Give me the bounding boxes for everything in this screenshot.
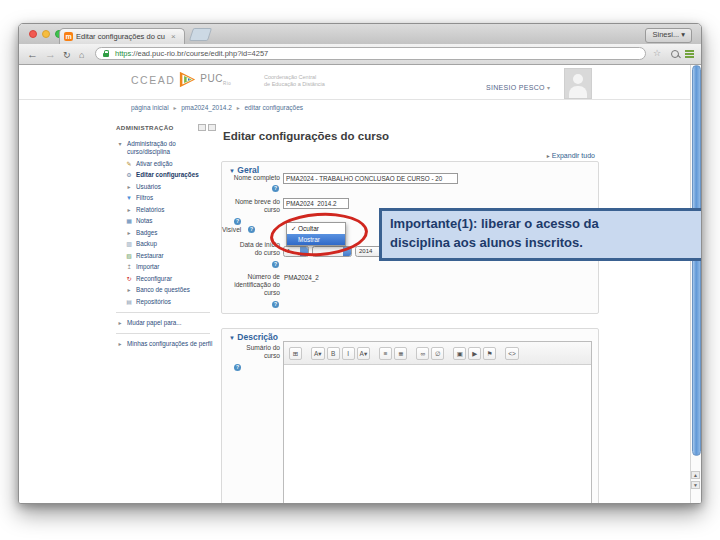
insert-media-icon[interactable]: ▶ (468, 347, 481, 360)
sidebar-item-grades[interactable]: ▦ Notas (116, 217, 216, 225)
block-move-icon[interactable] (198, 124, 206, 131)
section-descricao: ▼ Descrição Sumário do curso ? ⊞ A▾ B I … (221, 328, 599, 503)
chevron-right-icon: ▸ (125, 229, 133, 237)
fullname-label: Nome completo (222, 174, 280, 182)
browser-window: m Editar configurações do cu × Sinesi...… (18, 23, 702, 504)
user-avatar[interactable] (564, 68, 592, 99)
chevron-right-icon: ▸ (125, 206, 133, 214)
tab-bar: m Editar configurações do cu × Sinesi...… (19, 24, 701, 45)
link-icon[interactable]: ∞ (416, 347, 429, 360)
idnumber-label: Número de identificação do curso (222, 273, 280, 297)
breadcrumb-home-link[interactable]: página inicial (131, 104, 169, 111)
html-code-icon[interactable]: <> (505, 347, 519, 360)
sidebar-item-course-administration[interactable]: ▾ Administração do curso/disciplina (116, 140, 216, 156)
expand-all-link[interactable]: ▸ Expandir tudo (547, 152, 595, 159)
fullname-input[interactable] (283, 173, 458, 184)
sidebar-divider (116, 312, 210, 313)
url-scheme: https (115, 49, 131, 58)
sidebar-item-edit-settings[interactable]: ⚙ Editar configurações (116, 171, 216, 179)
back-icon[interactable]: ← (27, 47, 38, 61)
section-descricao-title[interactable]: ▼ Descrição (229, 332, 278, 342)
editor-text-area[interactable] (284, 365, 591, 503)
import-icon: ↥ (125, 263, 133, 271)
sidebar-item-users[interactable]: ▸ Usuários (116, 183, 216, 191)
search-icon[interactable] (671, 50, 679, 58)
chevron-right-icon: ▸ (547, 153, 550, 159)
ccead-subtitle: Coordenação Central de Educação a Distân… (264, 74, 325, 88)
sidebar-item-profile-settings[interactable]: ▸ Minhas configurações de perfil (116, 340, 216, 348)
insert-image-icon[interactable]: ▣ (453, 347, 466, 360)
idnumber-value[interactable]: PMA2024_2 (284, 274, 319, 281)
shortname-input[interactable] (283, 198, 349, 209)
user-caret-icon: ▾ (547, 85, 550, 91)
home-icon[interactable]: ⌂ (79, 48, 84, 62)
ccead-logo-text: CCEAD (131, 74, 175, 86)
unordered-list-icon[interactable]: ≡ (379, 347, 392, 360)
breadcrumb-separator-icon: ▸ (237, 105, 240, 111)
chevron-right-icon: ▸ (116, 319, 124, 327)
sidebar-item-turn-editing-on[interactable]: ✎ Ativar edição (116, 160, 216, 168)
scrollbar-up-icon[interactable]: ▲ (691, 471, 700, 479)
unlink-icon[interactable]: ∅ (431, 347, 444, 360)
ordered-list-icon[interactable]: ≣ (394, 347, 407, 360)
header-divider (19, 99, 701, 100)
page-scrollbar[interactable]: ▲ ▼ (690, 65, 701, 503)
breadcrumb-separator-icon: ▸ (173, 105, 176, 111)
help-icon[interactable]: ? (234, 364, 241, 371)
breadcrumb-current-page[interactable]: editar configurações (244, 104, 303, 111)
browser-tab[interactable]: m Editar configurações do cu × (59, 28, 185, 44)
summary-editor[interactable]: ⊞ A▾ B I A▾ ≡ ≣ ∞ ∅ ▣ ▶ (283, 341, 592, 503)
sidebar-item-switch-role[interactable]: ▸ Mudar papel para... (116, 319, 216, 327)
browser-toolbar: ← → ↻ ⌂ https://ead.puc-rio.br/course/ed… (19, 44, 701, 65)
administration-block-title: ADMINISTRAÇÃO (116, 124, 216, 131)
toggle-toolbar-icon[interactable]: ⊞ (289, 347, 302, 360)
sidebar-item-import[interactable]: ↥ Importar (116, 263, 216, 271)
help-icon[interactable]: ? (272, 185, 279, 192)
help-icon[interactable]: ? (272, 261, 279, 268)
bookmark-star-icon[interactable]: ☆ (653, 48, 661, 58)
callout-note: Importante(1): liberar o acesso da disci… (379, 208, 701, 261)
browser-profile-button[interactable]: Sinesi... ▾ (645, 28, 692, 43)
forward-icon[interactable]: → (45, 47, 56, 61)
browser-menu-icon[interactable] (685, 50, 694, 58)
filter-icon: ▼ (125, 194, 133, 202)
help-icon[interactable]: ? (248, 226, 255, 233)
address-bar[interactable]: https://ead.puc-rio.br/course/edit.php?i… (95, 47, 646, 60)
font-family-icon[interactable]: A▾ (311, 347, 325, 360)
sidebar-item-question-bank[interactable]: ▸ Banco de questões (116, 286, 216, 294)
sidebar-item-filters[interactable]: ▼ Filtros (116, 194, 216, 202)
minimize-window-button[interactable] (42, 30, 50, 38)
bold-icon[interactable]: B (327, 347, 340, 360)
breadcrumb: página inicial ▸ pma2024_2014.2 ▸ editar… (131, 104, 303, 111)
block-dock-icon[interactable] (208, 124, 216, 131)
scrollbar-down-icon[interactable]: ▼ (691, 481, 700, 489)
breadcrumb-course-link[interactable]: pma2024_2014.2 (181, 104, 232, 111)
italic-icon[interactable]: I (342, 347, 355, 360)
sidebar-item-badges[interactable]: ▸ Badges (116, 229, 216, 237)
puc-logo-text: PUCRio (200, 73, 231, 86)
chevron-right-icon: ▸ (116, 340, 124, 348)
restore-icon: ▧ (125, 252, 133, 260)
shortname-label: Nome breve do curso (222, 198, 280, 214)
sidebar-item-restore[interactable]: ▧ Restaurar (116, 252, 216, 260)
sidebar-item-backup[interactable]: ▥ Backup (116, 240, 216, 248)
close-window-button[interactable] (29, 30, 37, 38)
help-icon[interactable]: ? (272, 301, 279, 308)
manage-files-icon[interactable]: ⚑ (483, 347, 496, 360)
webpage: CCEAD PUCRio Coordenação Central de Educ… (19, 65, 701, 503)
chevron-down-icon: ▾ (116, 140, 124, 148)
help-icon[interactable]: ? (234, 218, 241, 225)
tab-close-icon[interactable]: × (171, 33, 176, 41)
sidebar-item-repositories[interactable]: ▤ Repositórios (116, 298, 216, 306)
sidebar-item-reports[interactable]: ▸ Relatórios (116, 206, 216, 214)
new-tab-button[interactable] (189, 28, 212, 41)
sidebar-item-reset[interactable]: ↻ Reconfigurar (116, 275, 216, 283)
text-color-icon[interactable]: A▾ (357, 347, 371, 360)
pencil-icon: ✎ (125, 160, 133, 168)
logged-in-user[interactable]: SINESIO PESCO ▾ (486, 84, 550, 91)
reset-icon: ↻ (125, 275, 133, 283)
reload-icon[interactable]: ↻ (63, 48, 71, 62)
ccead-logo[interactable]: CCEAD PUCRio (131, 71, 231, 88)
page-title: Editar configurações do curso (223, 130, 389, 142)
tab-title: Editar configurações do cu (76, 32, 168, 41)
